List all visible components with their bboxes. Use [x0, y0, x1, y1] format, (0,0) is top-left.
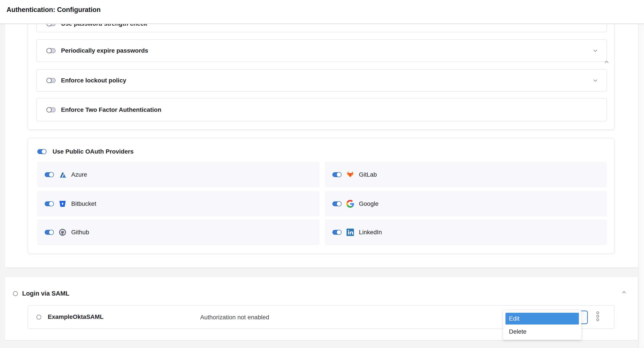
setting-row-lockout-policy: Enforce lockout policy	[36, 69, 607, 92]
linkedin-icon	[346, 228, 354, 236]
gitlab-icon	[346, 171, 354, 179]
kebab-dot	[596, 311, 599, 314]
provider-tile-azure: Azure	[37, 162, 320, 187]
toggle-knob	[336, 201, 342, 206]
saml-connection-radio[interactable]	[36, 315, 41, 319]
page-header: Authentication: Configuration	[0, 0, 644, 24]
expire-passwords-toggle[interactable]	[46, 48, 56, 53]
page-title: Authentication: Configuration	[6, 6, 100, 14]
provider-tile-bitbucket: Bitbucket	[37, 191, 320, 216]
provider-label: Azure	[71, 171, 87, 178]
provider-tile-google: Google	[325, 191, 607, 216]
provider-tile-gitlab: GitLab	[325, 162, 607, 187]
oauth-section-label: Use Public OAuth Providers	[52, 148, 134, 155]
saml-connection-name: ExampleOktaSAML	[48, 313, 104, 320]
chevron-up-icon[interactable]	[604, 59, 610, 65]
setting-label: Enforce Two Factor Authentication	[61, 106, 161, 113]
bitbucket-icon	[58, 200, 66, 208]
gitlab-toggle[interactable]	[332, 172, 342, 177]
google-toggle[interactable]	[332, 201, 342, 206]
chevron-up-icon[interactable]	[621, 289, 627, 295]
authentication-settings-page: Use password strength check Periodically…	[0, 0, 644, 348]
provider-label: GitLab	[359, 171, 377, 178]
toggle-knob	[46, 107, 52, 112]
toggle-knob	[49, 230, 54, 235]
saml-connection-status: Authorization not enabled	[200, 314, 269, 321]
toggle-knob	[46, 48, 52, 53]
kebab-dot	[596, 315, 599, 317]
provider-label: Google	[359, 200, 378, 207]
context-menu-item-edit[interactable]: Edit	[506, 313, 579, 324]
setting-label: Enforce lockout policy	[61, 77, 126, 84]
azure-toggle[interactable]	[45, 172, 54, 177]
chevron-down-icon[interactable]	[592, 78, 598, 83]
setting-row-expire-passwords: Periodically expire passwords	[36, 39, 607, 62]
oauth-providers-card: Use Public OAuth Providers Azure	[28, 138, 615, 254]
azure-icon	[58, 171, 66, 179]
provider-tile-linkedin: LinkedIn	[325, 220, 607, 245]
github-toggle[interactable]	[45, 230, 54, 235]
context-menu: Edit Delete	[503, 310, 581, 340]
settings-panel: Use password strength check Periodically…	[5, 24, 638, 267]
saml-section-label: Login via SAML	[22, 290, 70, 297]
provider-tile-github: Github	[37, 220, 320, 245]
toggle-knob	[336, 230, 342, 235]
bitbucket-toggle[interactable]	[45, 201, 54, 206]
saml-panel: Login via SAML ExampleOktaSAML Authoriza…	[5, 277, 638, 340]
toggle-knob	[41, 149, 46, 154]
kebab-menu-icon[interactable]	[596, 311, 599, 321]
scrollbar-gutter[interactable]	[638, 24, 644, 348]
provider-label: Github	[71, 229, 89, 236]
provider-label: Bitbucket	[71, 200, 96, 207]
provider-label: LinkedIn	[359, 229, 382, 236]
toggle-knob	[49, 172, 54, 177]
toggle-knob	[49, 201, 54, 206]
setting-label: Periodically expire passwords	[61, 47, 148, 54]
chevron-down-icon[interactable]	[592, 48, 598, 54]
context-menu-item-delete[interactable]: Delete	[506, 326, 579, 337]
linkedin-toggle[interactable]	[332, 230, 342, 235]
toggle-knob	[46, 78, 52, 83]
oauth-master-toggle[interactable]	[37, 149, 46, 154]
saml-section-radio[interactable]	[13, 291, 18, 296]
google-icon	[346, 200, 354, 208]
kebab-dot	[596, 318, 599, 321]
two-factor-toggle[interactable]	[46, 107, 56, 112]
github-icon	[58, 228, 66, 236]
setting-row-two-factor: Enforce Two Factor Authentication	[36, 98, 607, 121]
lockout-policy-toggle[interactable]	[46, 78, 56, 83]
toggle-knob	[336, 172, 342, 177]
